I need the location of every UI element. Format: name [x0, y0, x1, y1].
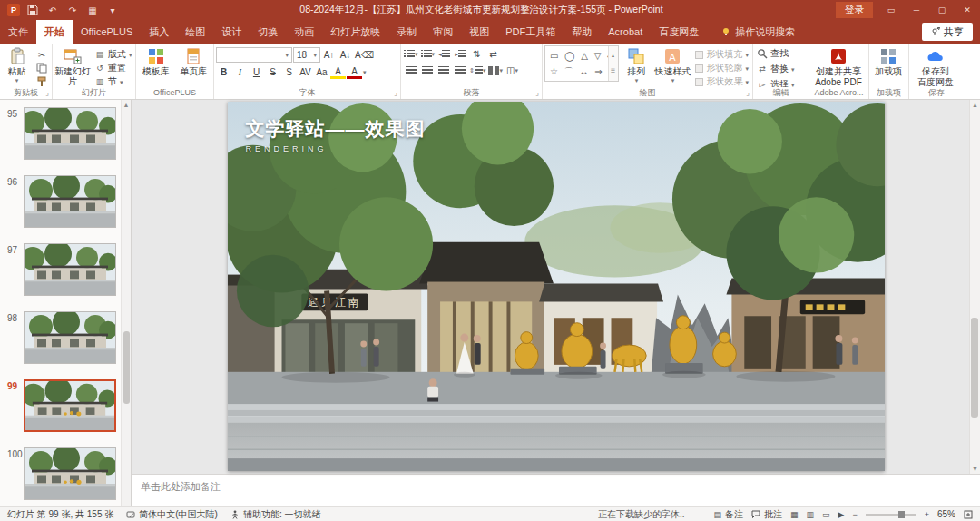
arrange-dropdown-arrow[interactable]: ▾ — [635, 77, 639, 84]
close-button[interactable]: ✕ — [955, 0, 980, 20]
ribbon-display-options-button[interactable]: ▭ — [878, 0, 904, 20]
underline-button[interactable]: U — [249, 65, 264, 79]
drawing-dialog-launcher[interactable]: ⌟ — [746, 87, 750, 99]
select-button[interactable]: ▻选择▾ — [755, 78, 807, 87]
shape-gallery-row2[interactable]: ☆ ⌒ ↔ ⇒ ▱ — [550, 64, 606, 79]
shape-fill-button[interactable]: 形状填充▾ — [693, 48, 750, 61]
align-text-button[interactable]: ⇄ — [485, 47, 501, 61]
scroll-up-arrow[interactable]: ▲ — [972, 102, 978, 108]
slide-counter[interactable]: 幻灯片 第 99 张, 共 155 张 — [7, 508, 113, 521]
character-spacing-button[interactable]: AV — [298, 65, 313, 79]
decrease-indent-button[interactable]: ◂ — [436, 47, 452, 61]
ribbon-tab-officeplus[interactable]: OfficePLUS — [73, 20, 141, 44]
ribbon-tab-design[interactable]: 设计 — [213, 20, 250, 44]
font-color-button[interactable]: A — [347, 66, 362, 79]
find-button[interactable]: 查找 — [755, 47, 807, 60]
slide-thumbnail-95[interactable]: 95 — [2, 107, 116, 160]
ribbon-tab-insert[interactable]: 插入 — [141, 20, 177, 44]
reset-button[interactable]: ↺重置 — [93, 62, 133, 74]
cut-button[interactable]: ✂ — [34, 48, 50, 61]
ribbon-tab-slideshow[interactable]: 幻灯片放映 — [322, 20, 388, 44]
ribbon-tab-home[interactable]: 开始 — [36, 20, 73, 44]
template-library-button[interactable]: 模板库 — [138, 45, 174, 76]
ribbon-tab-baidu[interactable]: 百度网盘 — [651, 20, 707, 44]
undo-button[interactable]: ↶ — [45, 3, 60, 17]
slide-title-block[interactable]: 文学驿站——效果图 RENDERING — [246, 116, 426, 153]
bullets-button[interactable]: ▾ — [403, 47, 419, 61]
language-indicator[interactable]: 简体中文(中国大陆) — [126, 508, 218, 521]
slide-rendering-image[interactable]: 遇见江南 — [228, 102, 885, 471]
thumbnail-preview[interactable] — [24, 243, 116, 296]
highlight-color-button[interactable]: A — [330, 66, 346, 79]
text-direction-button[interactable]: ⇅ — [469, 47, 485, 61]
decrease-font-size-button[interactable]: A↓ — [338, 48, 353, 62]
accessibility-checker[interactable]: 辅助功能: 一切就绪 — [230, 508, 321, 521]
new-slide-button[interactable]: 新建幻灯片 ▾ — [54, 45, 91, 87]
minimize-button[interactable]: ─ — [904, 0, 929, 20]
slide-thumbnail-96[interactable]: 96 — [2, 175, 116, 228]
align-right-button[interactable] — [436, 64, 451, 77]
increase-indent-button[interactable]: ▸ — [453, 47, 468, 61]
scrollbar-thumb[interactable] — [971, 318, 978, 418]
change-case-button[interactable]: Aa — [314, 65, 329, 79]
slide-thumbnail-97[interactable]: 97 — [2, 243, 116, 296]
qat-customize-arrow[interactable]: ▾ — [105, 3, 120, 17]
slide-thumbnail-98[interactable]: 98 — [2, 311, 116, 364]
thumbnail-preview[interactable] — [24, 107, 116, 160]
ribbon-tab-animations[interactable]: 动画 — [286, 20, 322, 44]
ribbon-tab-help[interactable]: 帮助 — [564, 20, 600, 44]
clipboard-dialog-launcher[interactable]: ⌟ — [45, 87, 49, 99]
thumbnail-preview[interactable] — [24, 447, 116, 500]
ribbon-tab-pdftools[interactable]: PDF工具箱 — [497, 20, 564, 44]
fit-to-window-icon[interactable] — [964, 510, 973, 519]
addins-button[interactable]: 加载项 — [871, 45, 906, 76]
reading-view-button[interactable]: ▭ — [822, 510, 830, 519]
scroll-up-arrow[interactable]: ▲ — [123, 102, 130, 108]
clear-formatting-button[interactable]: A⌫ — [354, 48, 375, 62]
login-button[interactable]: 登录 — [836, 2, 873, 18]
slide-sorter-view-button[interactable]: ▥ — [807, 510, 815, 519]
shape-effects-button[interactable]: 形状效果▾ — [693, 75, 750, 87]
line-spacing-button[interactable]: ⇕▾ — [468, 64, 486, 77]
slide-subtitle[interactable]: RENDERING — [246, 144, 426, 153]
columns-button[interactable]: ▾ — [487, 64, 504, 77]
zoom-in-button[interactable]: + — [925, 510, 929, 519]
shape-outline-button[interactable]: 形状轮廓▾ — [693, 62, 750, 74]
redo-button[interactable]: ↷ — [65, 3, 80, 17]
format-painter-button[interactable] — [34, 75, 50, 87]
page-library-button[interactable]: 单页库 — [176, 45, 212, 76]
quick-styles-dropdown-arrow[interactable]: ▾ — [671, 77, 675, 84]
strikethrough-button[interactable]: S — [265, 65, 280, 79]
tell-me-search[interactable]: 操作说明搜索 — [721, 20, 795, 44]
slide-area-scrollbar[interactable]: ▲▼ — [969, 100, 980, 474]
numbering-button[interactable]: ▾ — [420, 47, 436, 61]
slide-thumbnail-100[interactable]: 100 — [2, 447, 116, 500]
slide-thumbnail-99[interactable]: 99 — [2, 379, 116, 432]
paragraph-dialog-launcher[interactable]: ⌟ — [535, 87, 539, 99]
section-button[interactable]: ▥节▾ — [93, 75, 133, 87]
zoom-slider-thumb[interactable] — [898, 511, 905, 518]
arrange-button[interactable]: 排列 ▾ — [621, 45, 652, 84]
comments-toggle-button[interactable]: 批注 — [751, 508, 782, 521]
paste-dropdown-arrow[interactable]: ▾ — [15, 77, 19, 84]
thumbnail-preview[interactable] — [24, 175, 116, 228]
notes-toggle-button[interactable]: ▤备注 — [713, 508, 743, 521]
notes-pane[interactable]: 单击此处添加备注 — [132, 474, 980, 506]
quick-styles-button[interactable]: A 快速样式 ▾ — [653, 45, 691, 84]
increase-font-size-button[interactable]: A↑ — [321, 48, 337, 62]
share-button[interactable]: 共享 — [922, 23, 973, 41]
ribbon-tab-draw[interactable]: 绘图 — [177, 20, 213, 44]
save-button[interactable] — [25, 3, 40, 17]
slide-title[interactable]: 文学驿站——效果图 — [246, 116, 426, 142]
scroll-down-arrow[interactable]: ▼ — [972, 466, 978, 472]
ribbon-tab-view[interactable]: 视图 — [461, 20, 497, 44]
copy-button[interactable] — [34, 62, 50, 74]
paste-button[interactable]: 粘贴 ▾ — [2, 45, 32, 84]
font-name-select[interactable]: ▾ — [216, 47, 292, 63]
font-dialog-launcher[interactable]: ⌟ — [394, 87, 397, 99]
font-size-select[interactable]: 18▾ — [293, 47, 320, 63]
thumbnail-preview[interactable] — [24, 379, 116, 432]
text-shadow-button[interactable]: S — [281, 65, 297, 79]
align-left-button[interactable] — [403, 64, 418, 77]
ribbon-tab-record[interactable]: 录制 — [388, 20, 425, 44]
